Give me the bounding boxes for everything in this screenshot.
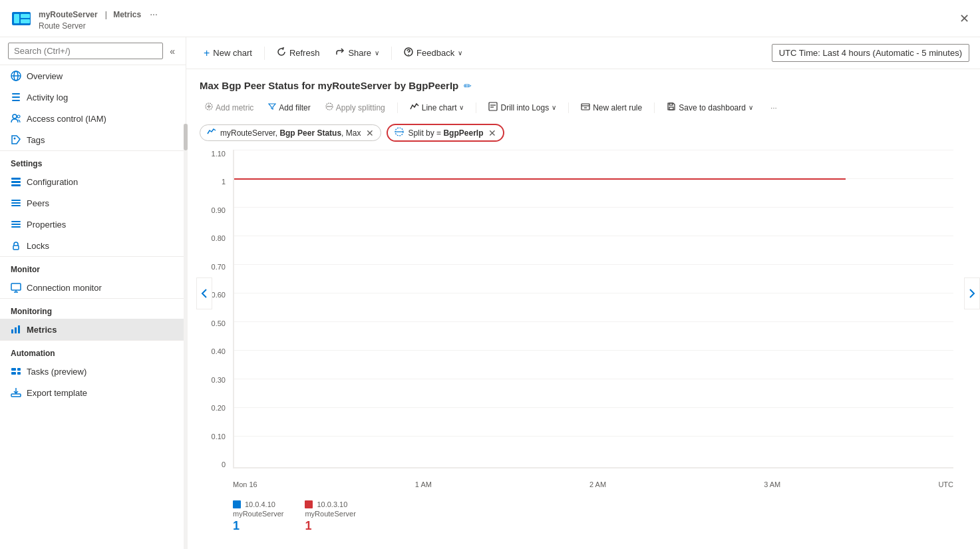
automation-section-header: Automation xyxy=(0,340,186,361)
svg-point-10 xyxy=(13,114,17,118)
y-label-0.20: 0.20 xyxy=(212,404,226,412)
nav-metrics[interactable]: Metrics xyxy=(0,319,186,340)
nav-properties[interactable]: Properties xyxy=(0,214,186,235)
feedback-icon xyxy=(404,47,413,59)
title-bar: myRouteServer | Metrics ··· Route Server… xyxy=(0,0,980,37)
nav-connection-monitor[interactable]: Connection monitor xyxy=(0,277,186,298)
add-filter-button[interactable]: Add filter xyxy=(263,100,315,115)
y-label-0.30: 0.30 xyxy=(212,376,226,384)
share-icon xyxy=(335,47,345,59)
svg-rect-15 xyxy=(11,184,21,186)
nav-arrow-left[interactable] xyxy=(196,277,212,309)
nav-metrics-label: Metrics xyxy=(27,325,57,335)
time-range-button[interactable]: UTC Time: Last 4 hours (Automatic - 5 mi… xyxy=(772,44,969,62)
y-label-0.40: 0.40 xyxy=(212,347,226,355)
legend-color-2 xyxy=(305,500,313,508)
x-label-3am: 3 AM xyxy=(764,480,780,488)
new-alert-rule-button[interactable]: New alert rule xyxy=(575,99,647,116)
title-left: myRouteServer | Metrics ··· Route Server xyxy=(11,7,158,31)
collapse-button[interactable]: « xyxy=(167,43,178,59)
svg-rect-14 xyxy=(11,181,21,183)
nav-properties-label: Properties xyxy=(27,220,66,230)
toolbar-sep-2 xyxy=(391,47,392,60)
x-label-2am: 2 AM xyxy=(589,480,606,488)
y-axis: 1.10 1 0.90 0.80 0.70 0.60 0.50 0.40 0.3… xyxy=(200,150,230,468)
chart-controls: Add metric Add filter Apply splitting xyxy=(200,99,967,116)
metric-tag-label: myRouteServer, Bgp Peer Status, Max xyxy=(220,128,361,138)
nav-peers[interactable]: Peers xyxy=(0,192,186,214)
svg-rect-1 xyxy=(14,14,19,23)
nav-activity-log[interactable]: Activity log xyxy=(0,87,186,108)
svg-rect-41 xyxy=(489,102,497,110)
monitor-icon xyxy=(11,282,21,293)
more-button[interactable]: ··· xyxy=(765,100,782,115)
toolbar-sep-1 xyxy=(264,47,265,60)
config-icon xyxy=(11,176,21,187)
nav-arrow-right[interactable] xyxy=(964,277,980,309)
nav-access-control[interactable]: Access control (IAM) xyxy=(0,108,186,129)
filter-icon xyxy=(268,102,276,112)
feedback-arrow-icon: ∨ xyxy=(458,49,462,57)
legend-ip-2: 10.0.3.10 xyxy=(317,500,347,508)
y-label-0.10: 0.10 xyxy=(212,433,226,441)
split-tag-close[interactable]: ✕ xyxy=(488,128,496,138)
split-icon xyxy=(395,127,404,138)
refresh-button[interactable]: Refresh xyxy=(270,44,327,62)
alert-icon xyxy=(581,102,590,113)
share-button[interactable]: Share ∨ xyxy=(329,44,386,62)
svg-rect-8 xyxy=(12,96,20,98)
y-label-0.50: 0.50 xyxy=(212,319,226,327)
nav-overview[interactable]: Overview xyxy=(0,65,186,87)
split-tag-label: Split by = BgpPeerIp xyxy=(408,128,483,138)
content-area: + New chart Refresh Share ∨ xyxy=(186,37,980,549)
nav-tags-label: Tags xyxy=(27,135,45,145)
split-tag[interactable]: Split by = BgpPeerIp ✕ xyxy=(387,124,504,142)
nav-overview-label: Overview xyxy=(27,71,63,81)
metric-tag-icon xyxy=(207,127,216,138)
metrics-icon xyxy=(11,324,21,335)
ctrl-sep-2 xyxy=(476,102,476,113)
feedback-button[interactable]: Feedback ∨ xyxy=(397,44,469,62)
nav-configuration[interactable]: Configuration xyxy=(0,171,186,192)
chart-title: Max Bgp Peer Status for myRouteServer by… xyxy=(200,80,458,91)
nav-tags[interactable]: Tags xyxy=(0,129,186,150)
x-label-mon16: Mon 16 xyxy=(233,480,257,488)
line-chart-button[interactable]: Line chart ∨ xyxy=(405,99,470,116)
monitor-section-header: Monitor xyxy=(0,256,186,277)
search-bar: « xyxy=(0,37,186,65)
nav-export-template[interactable]: Export template xyxy=(0,382,186,403)
svg-rect-23 xyxy=(11,283,21,290)
save-arrow-icon: ∨ xyxy=(748,104,753,111)
svg-rect-27 xyxy=(15,327,17,333)
app-title: myRouteServer | Metrics ··· xyxy=(39,7,158,21)
metric-tag: myRouteServer, Bgp Peer Status, Max ✕ xyxy=(200,124,381,141)
metric-tag-close[interactable]: ✕ xyxy=(366,128,374,138)
svg-rect-44 xyxy=(581,104,589,110)
toolbar: + New chart Refresh Share ∨ xyxy=(186,37,980,69)
settings-section-header: Settings xyxy=(0,150,186,171)
svg-rect-20 xyxy=(11,224,21,225)
add-metric-button[interactable]: Add metric xyxy=(200,100,259,115)
nav-tasks[interactable]: Tasks (preview) xyxy=(0,361,186,382)
sidebar-scrollbar-thumb xyxy=(184,124,188,150)
save-to-dashboard-button[interactable]: Save to dashboard ∨ xyxy=(661,99,758,116)
nav-peers-label: Peers xyxy=(27,198,49,208)
apply-splitting-button[interactable]: Apply splitting xyxy=(320,100,391,115)
svg-point-12 xyxy=(14,138,16,140)
peers-icon xyxy=(11,198,21,208)
monitoring-section-header: Monitoring xyxy=(0,298,186,319)
legend: 10.0.4.10 myRouteServer 1 10.0.3.10 myRo… xyxy=(200,495,967,538)
lock-icon xyxy=(11,240,21,251)
people-icon xyxy=(11,113,21,124)
nav-locks[interactable]: Locks xyxy=(0,235,186,256)
drill-into-logs-button[interactable]: Drill into Logs ∨ xyxy=(483,99,562,116)
sidebar-scrollbar xyxy=(184,124,188,549)
line-chart-arrow-icon: ∨ xyxy=(459,104,464,111)
ctrl-sep-1 xyxy=(397,102,398,113)
nav-activity-log-label: Activity log xyxy=(27,92,68,102)
search-input[interactable] xyxy=(8,43,163,59)
close-button[interactable]: ✕ xyxy=(959,11,969,26)
edit-icon[interactable]: ✏ xyxy=(464,81,472,91)
new-chart-button[interactable]: + New chart xyxy=(197,44,259,63)
legend-server-1: myRouteServer xyxy=(233,510,283,518)
